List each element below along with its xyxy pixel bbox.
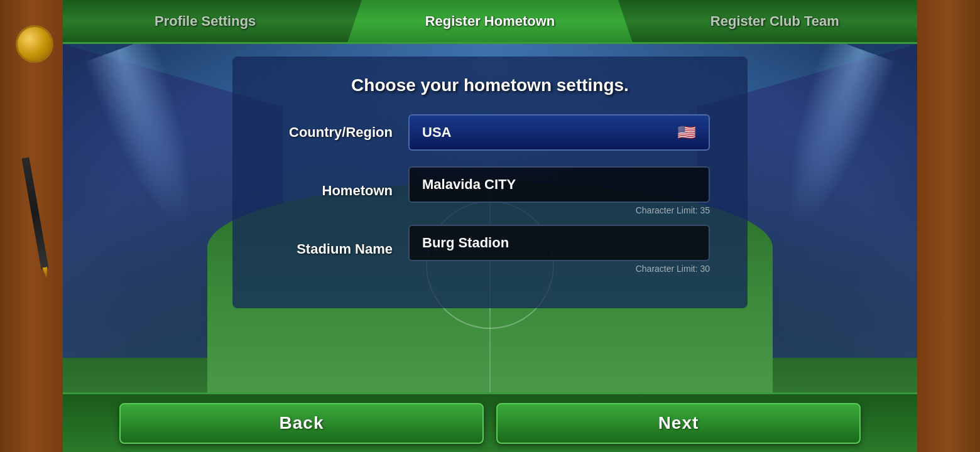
nav-item-register-club-team[interactable]: Register Club Team [633,0,917,42]
wood-border-right [917,0,980,452]
navigation-bar: Profile Settings Register Hometown Regis… [63,0,917,44]
nav-item-register-hometown[interactable]: Register Hometown [347,0,632,42]
wood-border-left [0,0,63,452]
stadium-label: Stadium Name [270,241,408,257]
coin-decoration [16,25,53,63]
stadium-char-limit: Character Limit: 30 [408,264,710,274]
country-value: USA [422,124,451,141]
country-label: Country/Region [270,124,408,141]
next-button[interactable]: Next [496,403,861,444]
stadium-input-wrapper: Character Limit: 30 [408,225,710,274]
main-area: Profile Settings Register Hometown Regis… [63,0,917,452]
bottom-bar: Back Next [63,392,917,452]
pen-decoration [21,157,48,269]
hometown-input[interactable] [408,166,710,203]
country-region-row: Country/Region USA 🇺🇸 [270,114,710,151]
hometown-char-limit: Character Limit: 35 [408,205,710,215]
form-container: Choose your hometown settings. Country/R… [232,56,748,308]
nav-item-profile-settings[interactable]: Profile Settings [63,0,347,42]
back-button[interactable]: Back [119,403,484,444]
hometown-row: Hometown Character Limit: 35 [270,166,710,215]
country-input-wrapper: USA 🇺🇸 [408,114,710,151]
hometown-input-wrapper: Character Limit: 35 [408,166,710,215]
stadium-input[interactable] [408,225,710,261]
hometown-label: Hometown [270,183,408,199]
form-title: Choose your hometown settings. [270,75,710,95]
country-select[interactable]: USA 🇺🇸 [408,114,710,151]
stadium-name-row: Stadium Name Character Limit: 30 [270,225,710,274]
usa-flag-icon: 🇺🇸 [677,124,696,141]
